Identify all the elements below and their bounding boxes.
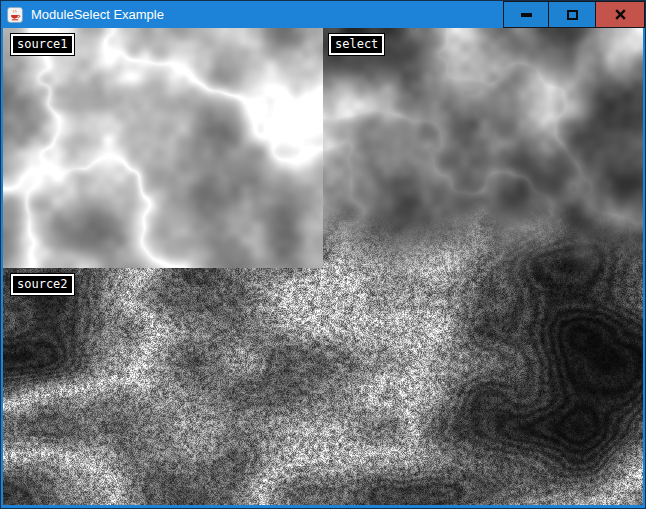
- window-title: ModuleSelect Example: [31, 1, 164, 28]
- app-window: ModuleSelect Example source1 select sour…: [0, 0, 646, 509]
- java-coffee-cup-icon[interactable]: [7, 7, 23, 23]
- render-area: source1 select source2: [3, 28, 643, 505]
- maximize-icon: [567, 10, 578, 20]
- window-controls: [503, 1, 645, 28]
- label-source1: source1: [11, 34, 74, 55]
- minimize-button[interactable]: [503, 1, 549, 28]
- minimize-icon: [521, 13, 532, 17]
- titlebar[interactable]: ModuleSelect Example: [1, 1, 645, 28]
- close-icon: [614, 8, 627, 21]
- source1-image: [3, 28, 323, 268]
- maximize-button[interactable]: [549, 1, 596, 28]
- label-select: select: [329, 34, 384, 55]
- close-button[interactable]: [596, 1, 645, 28]
- label-source2: source2: [11, 274, 74, 295]
